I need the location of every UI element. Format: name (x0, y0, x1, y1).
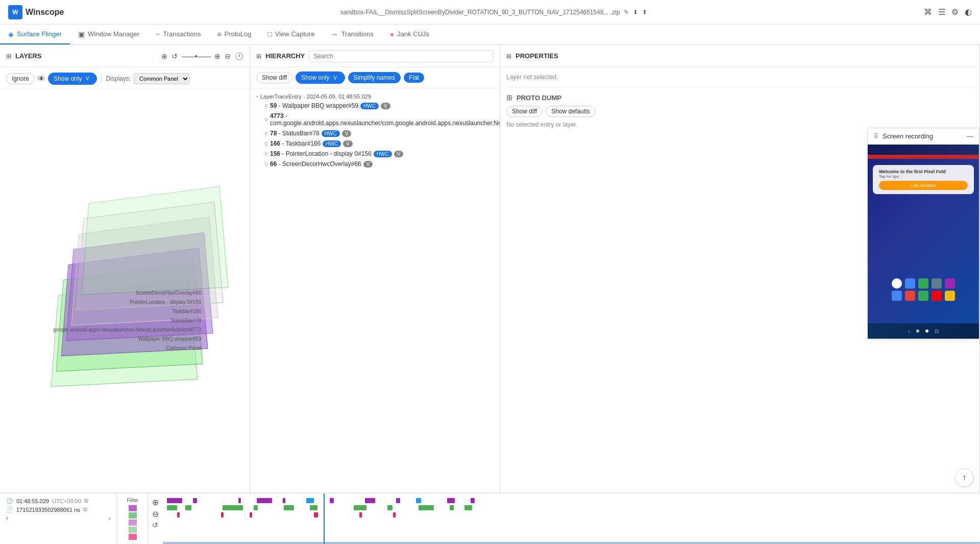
displays-select[interactable]: Common Panel (134, 73, 190, 84)
phone-red-bar (868, 155, 979, 159)
proto-show-defaults-button[interactable]: Show defaults (546, 106, 595, 117)
fab-icon: ↑ (962, 473, 966, 482)
timeline-scrollbar-thumb[interactable] (163, 542, 980, 544)
hier-item-4773[interactable]: ⚲ 4773 - com.google.android.apps.nexusla… (256, 111, 494, 128)
hier-item-59[interactable]: ⚲ 59 - Wallpaper BBQ wrapper#59 HWC V (256, 101, 494, 111)
menu-icon[interactable]: ☰ (938, 7, 945, 17)
show-diff-button[interactable]: Show diff (256, 72, 292, 83)
filter-label: Filter (127, 498, 138, 503)
ignore-button[interactable]: Ignore (6, 73, 35, 84)
zoom-out-icon[interactable]: ⊖ (225, 52, 231, 60)
tab-jank-cujs-label: Jank CUJs (397, 30, 429, 38)
filter-green2[interactable] (129, 527, 137, 533)
phone-notification-title: Welcome to the first Pixel Fold (879, 169, 968, 174)
copy-timestamp-icon[interactable]: ⧉ (84, 498, 88, 504)
tab-transitions[interactable]: ↔ Transitions (323, 25, 382, 44)
simplify-names-button[interactable]: Simplify names (348, 72, 401, 83)
tab-transactions-label: Transactions (163, 30, 201, 38)
label-wallpaper: Wallpaper BBQ wrapper#59 (53, 335, 201, 344)
tblock (177, 512, 180, 517)
tab-view-capture[interactable]: □ View Capture (259, 25, 323, 44)
rotate-icon[interactable]: ↺ (172, 52, 178, 60)
tab-transitions-label: Transitions (341, 30, 374, 38)
hwc-badge-166: HWC (323, 140, 341, 147)
layer-visualization: ScreenDecorHwcOverlay#66 PointerLocation… (0, 90, 250, 493)
hier-show-only-badge: V (331, 74, 339, 82)
item-78-label: 78 - StatusBar#78 (270, 130, 320, 137)
timeline-scrollbar-track[interactable] (163, 542, 980, 544)
flat-button[interactable]: Flat (404, 73, 424, 83)
v-badge-156: V (394, 151, 404, 157)
filter-pink[interactable] (129, 534, 137, 540)
reset-icon[interactable]: ⊕ (161, 52, 167, 60)
properties-panel: ⊞ PROPERTIES Layer not selected. ⊞ PROTO… (500, 45, 980, 493)
copy-trace-icon[interactable]: ⧉ (83, 506, 87, 513)
bottom-bar: 🕐 01:48:55.029 UTC+00:00 ⧉ 📄 17152193350… (0, 493, 980, 544)
phone-notification: Welcome to the first Pixel Fold Tap for … (873, 165, 974, 194)
tab-window-manager[interactable]: ▣ Window Manager (70, 25, 148, 44)
timeline-content[interactable] (163, 493, 980, 544)
trace-icon: 📄 (6, 506, 13, 513)
search-input[interactable] (309, 50, 494, 62)
hier-show-only-button[interactable]: Show only V (296, 72, 345, 84)
proto-show-diff-button[interactable]: Show diff (506, 106, 543, 117)
phone-location-btn: Use location (879, 181, 968, 190)
timezone: UTC+00:00 (52, 498, 81, 504)
tblock (250, 512, 252, 517)
hier-show-only-label: Show only (301, 74, 329, 81)
tblock (354, 505, 366, 510)
tblock (359, 512, 362, 517)
displays-label: Displays: (106, 75, 131, 82)
hier-item-66[interactable]: ⚲ 66 - ScreenDecorHwcOverlay#66 V (256, 159, 494, 169)
hier-item-156[interactable]: ⚲ 156 - PointerLocation - display 0#156 … (256, 149, 494, 159)
nav-back: ‹ (908, 328, 910, 334)
zoom-in-icon[interactable]: ⊕ (214, 52, 220, 60)
label-statusbar: StatusBar#78 (53, 316, 201, 325)
tab-surface-flinger-label: Surface Flinger (17, 30, 62, 38)
clock-icon: 🕐 (6, 498, 13, 504)
share-icon[interactable]: ⬆ (642, 9, 647, 16)
tab-protolog[interactable]: ≡ ProtoLog (209, 25, 259, 44)
timeline-track-2 (167, 505, 976, 511)
layers-panel-header: ⊞ LAYERS ⊕ ↺ ——•—— ⊕ ⊖ 🕐 (0, 45, 250, 67)
trace-id-row: 📄 171521933502988061 ns ⧉ (6, 506, 111, 513)
fab-button[interactable]: ↑ (955, 468, 973, 487)
next-timeline-icon[interactable]: › (109, 515, 111, 521)
label-nexuslauncher: google.android.apps.nexuslauncher.NexusL… (53, 325, 201, 335)
tab-surface-flinger[interactable]: ◈ Surface Flinger (0, 25, 70, 44)
playhead (324, 493, 325, 544)
show-only-button[interactable]: Show only V (48, 73, 97, 85)
shortcut-icon[interactable]: ⌘ (924, 7, 932, 17)
hier-item-166[interactable]: ⚲ 166 - Taskbar#166 HWC V (256, 138, 494, 149)
timeline-info: 🕐 01:48:55.029 UTC+00:00 ⧉ 📄 17152193350… (0, 493, 117, 544)
prev-timeline-icon[interactable]: ‹ (6, 515, 8, 521)
hier-item-78[interactable]: ⚲ 78 - StatusBar#78 HWC V (256, 128, 494, 138)
logo-icon: W (8, 5, 22, 19)
zoom-out-timeline[interactable]: ⊖ (152, 509, 159, 519)
phone-status-bar (868, 145, 979, 155)
tab-transactions[interactable]: ~ Transactions (148, 25, 209, 44)
tblock (306, 498, 314, 503)
label-commonpanel: Common Panel (53, 344, 201, 353)
zoom-in-timeline[interactable]: ⊕ (152, 498, 159, 507)
protolog-icon: ≡ (217, 30, 221, 38)
reset-timeline[interactable]: ↺ (152, 521, 159, 529)
tab-jank-cujs[interactable]: ● Jank CUJs (382, 25, 437, 44)
transactions-icon: ~ (156, 30, 160, 38)
history-icon[interactable]: 🕐 (235, 52, 243, 60)
filter-green[interactable] (129, 512, 137, 518)
settings-icon[interactable]: ⚙ (951, 7, 959, 17)
filter-purple[interactable] (129, 505, 137, 511)
screen-recording-grid-icon: ⠿ (874, 133, 878, 140)
tblock (314, 512, 318, 517)
download-icon[interactable]: ⬇ (633, 9, 638, 16)
theme-icon[interactable]: ◐ (965, 7, 972, 17)
timeline-nav-row: ‹ › (6, 515, 111, 521)
layers-icons: ⊕ ↺ ——•—— ⊕ ⊖ 🕐 (161, 52, 243, 60)
screen-recording-image: Welcome to the first Pixel Fold Tap for … (868, 145, 979, 339)
filter-purple2[interactable] (129, 519, 137, 526)
edit-icon[interactable]: ✎ (624, 9, 629, 16)
screen-recording-minimize[interactable]: — (967, 133, 973, 140)
tblock (284, 505, 294, 510)
pin-icon-78: ⚲ (264, 131, 268, 136)
